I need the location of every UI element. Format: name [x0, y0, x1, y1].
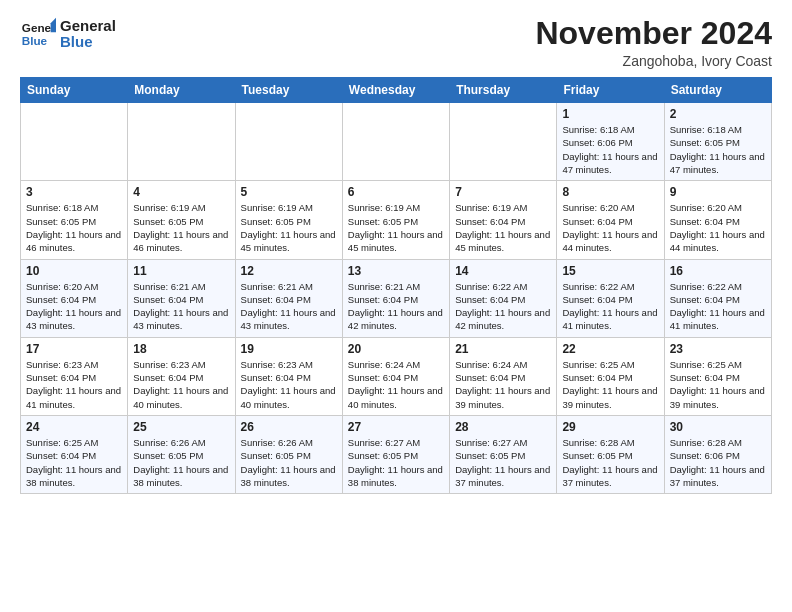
calendar-cell: 13Sunrise: 6:21 AM Sunset: 6:04 PM Dayli…	[342, 259, 449, 337]
day-info: Sunrise: 6:25 AM Sunset: 6:04 PM Dayligh…	[670, 358, 766, 411]
day-info: Sunrise: 6:19 AM Sunset: 6:04 PM Dayligh…	[455, 201, 551, 254]
svg-text:Blue: Blue	[22, 34, 48, 47]
calendar-cell: 26Sunrise: 6:26 AM Sunset: 6:05 PM Dayli…	[235, 415, 342, 493]
day-info: Sunrise: 6:27 AM Sunset: 6:05 PM Dayligh…	[348, 436, 444, 489]
day-info: Sunrise: 6:26 AM Sunset: 6:05 PM Dayligh…	[241, 436, 337, 489]
day-info: Sunrise: 6:24 AM Sunset: 6:04 PM Dayligh…	[455, 358, 551, 411]
day-number: 25	[133, 420, 229, 434]
day-info: Sunrise: 6:18 AM Sunset: 6:05 PM Dayligh…	[670, 123, 766, 176]
day-info: Sunrise: 6:28 AM Sunset: 6:06 PM Dayligh…	[670, 436, 766, 489]
calendar-cell: 9Sunrise: 6:20 AM Sunset: 6:04 PM Daylig…	[664, 181, 771, 259]
calendar-cell: 5Sunrise: 6:19 AM Sunset: 6:05 PM Daylig…	[235, 181, 342, 259]
day-info: Sunrise: 6:22 AM Sunset: 6:04 PM Dayligh…	[455, 280, 551, 333]
day-number: 6	[348, 185, 444, 199]
day-info: Sunrise: 6:18 AM Sunset: 6:05 PM Dayligh…	[26, 201, 122, 254]
day-number: 3	[26, 185, 122, 199]
day-number: 24	[26, 420, 122, 434]
day-number: 29	[562, 420, 658, 434]
calendar-cell: 2Sunrise: 6:18 AM Sunset: 6:05 PM Daylig…	[664, 103, 771, 181]
day-number: 17	[26, 342, 122, 356]
day-number: 26	[241, 420, 337, 434]
day-number: 9	[670, 185, 766, 199]
day-info: Sunrise: 6:19 AM Sunset: 6:05 PM Dayligh…	[241, 201, 337, 254]
day-info: Sunrise: 6:23 AM Sunset: 6:04 PM Dayligh…	[241, 358, 337, 411]
calendar-cell: 24Sunrise: 6:25 AM Sunset: 6:04 PM Dayli…	[21, 415, 128, 493]
calendar-cell: 8Sunrise: 6:20 AM Sunset: 6:04 PM Daylig…	[557, 181, 664, 259]
calendar-cell	[128, 103, 235, 181]
calendar-cell: 14Sunrise: 6:22 AM Sunset: 6:04 PM Dayli…	[450, 259, 557, 337]
calendar-cell: 18Sunrise: 6:23 AM Sunset: 6:04 PM Dayli…	[128, 337, 235, 415]
day-number: 14	[455, 264, 551, 278]
day-info: Sunrise: 6:18 AM Sunset: 6:06 PM Dayligh…	[562, 123, 658, 176]
day-info: Sunrise: 6:22 AM Sunset: 6:04 PM Dayligh…	[562, 280, 658, 333]
day-info: Sunrise: 6:21 AM Sunset: 6:04 PM Dayligh…	[133, 280, 229, 333]
day-number: 7	[455, 185, 551, 199]
calendar-cell: 4Sunrise: 6:19 AM Sunset: 6:05 PM Daylig…	[128, 181, 235, 259]
day-info: Sunrise: 6:28 AM Sunset: 6:05 PM Dayligh…	[562, 436, 658, 489]
calendar-cell: 19Sunrise: 6:23 AM Sunset: 6:04 PM Dayli…	[235, 337, 342, 415]
day-info: Sunrise: 6:20 AM Sunset: 6:04 PM Dayligh…	[562, 201, 658, 254]
weekday-header: Monday	[128, 78, 235, 103]
calendar-cell: 23Sunrise: 6:25 AM Sunset: 6:04 PM Dayli…	[664, 337, 771, 415]
day-info: Sunrise: 6:25 AM Sunset: 6:04 PM Dayligh…	[562, 358, 658, 411]
day-info: Sunrise: 6:23 AM Sunset: 6:04 PM Dayligh…	[26, 358, 122, 411]
calendar-cell	[342, 103, 449, 181]
day-info: Sunrise: 6:21 AM Sunset: 6:04 PM Dayligh…	[241, 280, 337, 333]
day-number: 11	[133, 264, 229, 278]
day-number: 22	[562, 342, 658, 356]
calendar-cell: 17Sunrise: 6:23 AM Sunset: 6:04 PM Dayli…	[21, 337, 128, 415]
logo-text-line2: Blue	[60, 34, 116, 51]
calendar-cell: 29Sunrise: 6:28 AM Sunset: 6:05 PM Dayli…	[557, 415, 664, 493]
month-title: November 2024	[535, 16, 772, 51]
day-info: Sunrise: 6:19 AM Sunset: 6:05 PM Dayligh…	[348, 201, 444, 254]
day-info: Sunrise: 6:21 AM Sunset: 6:04 PM Dayligh…	[348, 280, 444, 333]
header: General Blue General Blue November 2024 …	[20, 16, 772, 69]
day-number: 1	[562, 107, 658, 121]
day-info: Sunrise: 6:27 AM Sunset: 6:05 PM Dayligh…	[455, 436, 551, 489]
calendar-cell	[450, 103, 557, 181]
title-block: November 2024 Zangohoba, Ivory Coast	[535, 16, 772, 69]
weekday-header: Wednesday	[342, 78, 449, 103]
weekday-header: Friday	[557, 78, 664, 103]
day-number: 12	[241, 264, 337, 278]
day-number: 20	[348, 342, 444, 356]
calendar-cell: 15Sunrise: 6:22 AM Sunset: 6:04 PM Dayli…	[557, 259, 664, 337]
svg-marker-2	[51, 18, 56, 32]
day-number: 13	[348, 264, 444, 278]
calendar-week: 17Sunrise: 6:23 AM Sunset: 6:04 PM Dayli…	[21, 337, 772, 415]
calendar-cell: 3Sunrise: 6:18 AM Sunset: 6:05 PM Daylig…	[21, 181, 128, 259]
day-info: Sunrise: 6:25 AM Sunset: 6:04 PM Dayligh…	[26, 436, 122, 489]
weekday-header: Saturday	[664, 78, 771, 103]
day-number: 5	[241, 185, 337, 199]
calendar-cell: 25Sunrise: 6:26 AM Sunset: 6:05 PM Dayli…	[128, 415, 235, 493]
calendar-cell	[235, 103, 342, 181]
weekday-row: SundayMondayTuesdayWednesdayThursdayFrid…	[21, 78, 772, 103]
calendar-cell: 12Sunrise: 6:21 AM Sunset: 6:04 PM Dayli…	[235, 259, 342, 337]
location: Zangohoba, Ivory Coast	[535, 53, 772, 69]
day-number: 2	[670, 107, 766, 121]
calendar-cell: 11Sunrise: 6:21 AM Sunset: 6:04 PM Dayli…	[128, 259, 235, 337]
day-number: 15	[562, 264, 658, 278]
calendar-cell: 1Sunrise: 6:18 AM Sunset: 6:06 PM Daylig…	[557, 103, 664, 181]
calendar-cell: 22Sunrise: 6:25 AM Sunset: 6:04 PM Dayli…	[557, 337, 664, 415]
day-number: 27	[348, 420, 444, 434]
day-number: 23	[670, 342, 766, 356]
calendar-week: 10Sunrise: 6:20 AM Sunset: 6:04 PM Dayli…	[21, 259, 772, 337]
weekday-header: Tuesday	[235, 78, 342, 103]
day-info: Sunrise: 6:23 AM Sunset: 6:04 PM Dayligh…	[133, 358, 229, 411]
calendar-cell: 7Sunrise: 6:19 AM Sunset: 6:04 PM Daylig…	[450, 181, 557, 259]
calendar-cell: 16Sunrise: 6:22 AM Sunset: 6:04 PM Dayli…	[664, 259, 771, 337]
day-number: 30	[670, 420, 766, 434]
day-info: Sunrise: 6:22 AM Sunset: 6:04 PM Dayligh…	[670, 280, 766, 333]
logo-icon: General Blue	[20, 16, 56, 52]
calendar-cell: 20Sunrise: 6:24 AM Sunset: 6:04 PM Dayli…	[342, 337, 449, 415]
day-info: Sunrise: 6:20 AM Sunset: 6:04 PM Dayligh…	[26, 280, 122, 333]
day-info: Sunrise: 6:24 AM Sunset: 6:04 PM Dayligh…	[348, 358, 444, 411]
calendar: SundayMondayTuesdayWednesdayThursdayFrid…	[20, 77, 772, 494]
logo-text-line1: General	[60, 18, 116, 35]
day-number: 18	[133, 342, 229, 356]
calendar-cell: 21Sunrise: 6:24 AM Sunset: 6:04 PM Dayli…	[450, 337, 557, 415]
calendar-week: 24Sunrise: 6:25 AM Sunset: 6:04 PM Dayli…	[21, 415, 772, 493]
day-number: 10	[26, 264, 122, 278]
page: General Blue General Blue November 2024 …	[0, 0, 792, 612]
